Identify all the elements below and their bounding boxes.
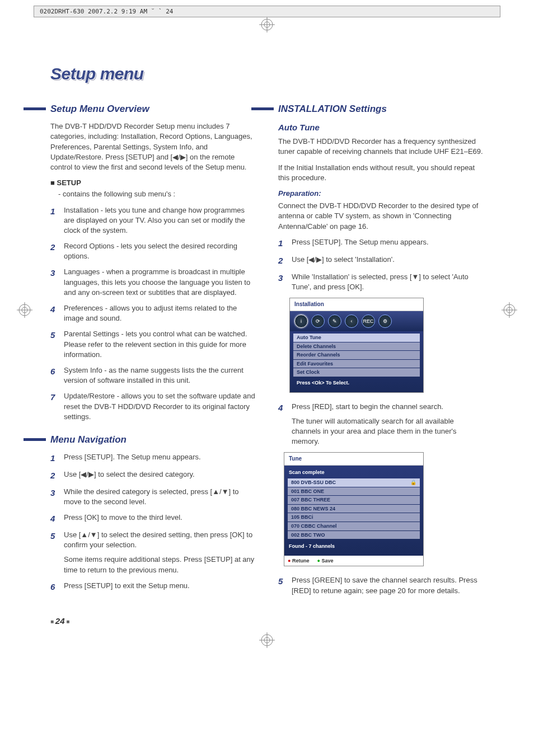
osd-channel-row: 007 BBC THREE: [288, 496, 420, 504]
list-number: 2: [278, 255, 286, 266]
document-header-meta: 0202DRHT-630 2007.2.2 9:19 AM ˘ ` 24: [34, 6, 500, 17]
osd-info-icon: i: [294, 314, 308, 328]
osd-footer-hint: Press <Ok> To Select.: [293, 377, 420, 388]
osd-channel-row: 002 BBC TWO: [288, 531, 420, 539]
heading-menu-navigation: Menu Navigation: [50, 433, 256, 447]
heading-preparation: Preparation:: [278, 189, 484, 199]
list-item: Press [GREEN] to save the channel search…: [292, 575, 484, 595]
list-number: 3: [50, 267, 58, 298]
list-item: Press [OK] to move to the third level.: [64, 513, 256, 524]
list-item: Use [▲/▼] to select the desired setting,…: [64, 530, 256, 575]
registration-mark-icon: [259, 632, 275, 648]
list-item: Press [RED], start to begin the channel …: [292, 402, 484, 447]
list-item: Parental Settings - lets you control wha…: [64, 329, 256, 360]
list-item: Languages - when a programme is broadcas…: [64, 267, 256, 298]
list-number: 6: [50, 365, 58, 386]
list-number: 7: [50, 391, 58, 422]
list-item: Press [SETUP] to exit the Setup menu.: [64, 581, 256, 593]
lock-icon: 🔒: [410, 479, 416, 486]
setup-subnote: - contains the following sub menu's :: [58, 189, 256, 199]
page-title: Setup menu: [50, 62, 484, 86]
list-number: 1: [278, 237, 286, 249]
heading-setup-overview: Setup Menu Overview: [50, 102, 256, 116]
list-number: 4: [50, 303, 58, 323]
osd-retune-button: ● Retune: [288, 557, 309, 565]
list-number: 1: [50, 205, 58, 236]
setup-label: SETUP: [50, 178, 256, 188]
list-number: 5: [50, 530, 58, 575]
green-dot-icon: ●: [317, 558, 320, 564]
preparation-para: Connect the DVB-T HDD/DVD Recorder to th…: [278, 201, 484, 232]
osd-menu-list: Auto Tune Delete Channels Reorder Channe…: [290, 331, 423, 392]
osd-icon-row: i ⟳ ✎ ‹ REC ⚙: [290, 311, 423, 331]
list-number: 5: [278, 575, 286, 595]
autotune-step-4: 4 Press [RED], start to begin the channe…: [278, 402, 484, 447]
osd-title: Tune: [284, 453, 423, 466]
list-number: 1: [50, 452, 58, 464]
osd-pencil-icon: ✎: [328, 314, 341, 328]
registration-mark-icon: [17, 302, 32, 318]
registration-mark-icon: [502, 302, 517, 318]
heading-auto-tune: Auto Tune: [278, 121, 484, 133]
osd-found-count: Found - 7 channels: [288, 539, 420, 552]
page-number: 24: [50, 615, 256, 627]
list-item: While 'Installation' is selected, press …: [292, 272, 484, 292]
osd-save-button: ● Save: [317, 557, 333, 565]
osd-row-auto-tune: Auto Tune: [293, 334, 420, 342]
osd-tune-screenshot: Tune Scan complete 800 DVB-SSU DBC🔒 001 …: [284, 452, 424, 566]
left-column: Setup Menu Overview The DVB-T HDD/DVD Re…: [50, 102, 256, 626]
osd-row: Reorder Channels: [293, 351, 420, 359]
osd-back-icon: ‹: [345, 314, 358, 328]
osd-channel-row: 070 CBBC Channel: [288, 522, 420, 530]
autotune-para-2: If the Initial Installation ends without…: [278, 163, 484, 183]
red-dot-icon: ●: [288, 558, 291, 564]
list-item: While the desired category is selected, …: [64, 487, 256, 507]
list-number: 3: [50, 487, 58, 507]
autotune-step-5: 5Press [GREEN] to save the channel searc…: [278, 575, 484, 595]
overview-intro: The DVB-T HDD/DVD Recorder Setup menu in…: [50, 121, 256, 172]
autotune-steps-a: 1Press [SETUP]. The Setup menu appears. …: [278, 237, 484, 292]
list-item: System Info - as the name suggests lists…: [64, 365, 256, 386]
osd-title: Installation: [290, 298, 423, 311]
right-column: INSTALLATION Settings Auto Tune The DVB-…: [278, 102, 484, 626]
list-number: 4: [50, 513, 58, 524]
list-item: Press [SETUP]. The Setup menu appears.: [64, 452, 256, 464]
osd-row: Delete Channels: [293, 342, 420, 351]
osd-row: Edit Favourites: [293, 360, 420, 368]
setup-submenu-list: 1Installation - lets you tune and change…: [50, 205, 256, 422]
osd-gear-icon: ⚙: [378, 314, 392, 328]
osd-channel-row: 800 DVB-SSU DBC🔒: [288, 478, 420, 487]
list-number: 6: [50, 581, 58, 593]
osd-rec-icon: REC: [362, 314, 375, 328]
osd-row: Set Clock: [293, 368, 420, 377]
list-item: Use [◀/▶] to select 'Installation'.: [292, 255, 484, 266]
heading-installation-settings: INSTALLATION Settings: [278, 102, 484, 116]
list-number: 4: [278, 402, 286, 447]
list-number: 5: [50, 329, 58, 360]
osd-channel-row: 080 BBC NEWS 24: [288, 505, 420, 513]
list-number: 2: [50, 469, 58, 481]
list-item: Update/Restore - allows you to set the s…: [64, 391, 256, 422]
list-item: Record Options - lets you select the des…: [64, 241, 256, 261]
list-number: 3: [278, 272, 286, 292]
osd-channel-row: 001 BBC ONE: [288, 487, 420, 496]
osd-button-row: ● Retune ● Save: [284, 556, 423, 566]
list-item: Preferences - allows you to adjust items…: [64, 303, 256, 323]
list-item: Installation - lets you tune and change …: [64, 205, 256, 236]
list-item: Use [◀/▶] to select the desired category…: [64, 469, 256, 481]
autotune-para-1: The DVB-T HDD/DVD Recorder has a frequen…: [278, 137, 484, 157]
list-item: Press [SETUP]. The Setup menu appears.: [292, 237, 484, 249]
osd-scan-status: Scan complete: [288, 468, 420, 478]
list-number: 2: [50, 241, 58, 261]
osd-installation-screenshot: Installation i ⟳ ✎ ‹ REC ⚙ Auto Tune Del…: [289, 298, 424, 393]
menu-navigation-list: 1Press [SETUP]. The Setup menu appears. …: [50, 452, 256, 593]
osd-refresh-icon: ⟳: [311, 314, 325, 328]
osd-channel-row: 105 BBCi: [288, 513, 420, 522]
